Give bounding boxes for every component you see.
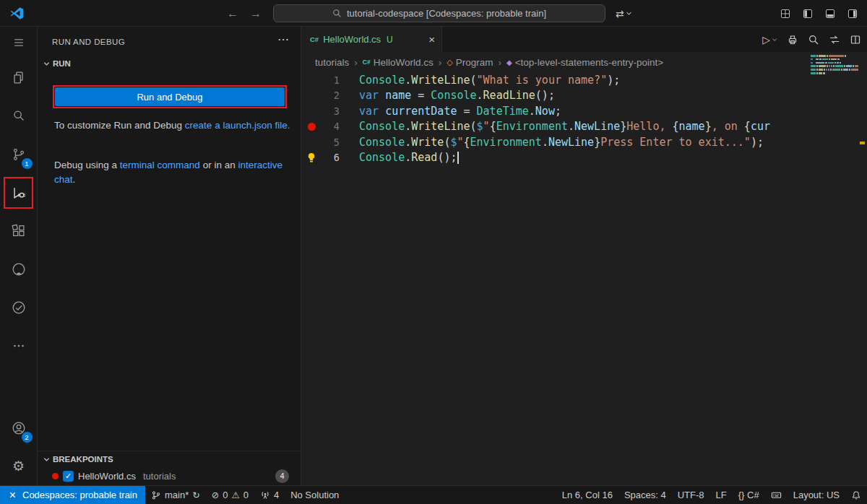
search-editor-icon[interactable] (808, 34, 819, 45)
chevron-down-icon (626, 10, 632, 17)
accounts-icon[interactable]: 2 (0, 409, 38, 447)
customize-layout-icon[interactable] (780, 8, 791, 19)
code-token: WriteLine (411, 74, 470, 87)
code-line[interactable]: 3var currentDate = DateTime.Now; (302, 103, 867, 119)
search-view-icon[interactable] (0, 97, 38, 135)
remote-window-menu[interactable]: ⇄ (616, 0, 632, 27)
workbench: 1 2 ⚙ (0, 27, 867, 485)
minimap-line (811, 69, 858, 71)
code-text[interactable]: Console.WriteLine($"{Environment.NewLine… (340, 120, 770, 133)
nav-back-icon[interactable]: ← (227, 0, 238, 27)
print-icon[interactable] (787, 34, 798, 45)
code-token: NewLine (548, 136, 594, 149)
split-editor-icon[interactable] (850, 34, 861, 45)
line-number: 5 (321, 136, 340, 148)
lightbulb-icon[interactable] (306, 152, 316, 163)
code-text[interactable]: Console.Write($"{Environment.NewLine}Pre… (340, 136, 764, 149)
code-token: $ (477, 120, 483, 133)
eol-status[interactable]: LF (710, 486, 733, 504)
code-lines[interactable]: 1Console.WriteLine("What is your name?")… (302, 72, 867, 485)
git-branch-icon (151, 490, 161, 500)
text-cursor (457, 152, 459, 164)
menu-icon[interactable] (0, 27, 38, 58)
code-token: Write (411, 136, 444, 149)
code-line[interactable]: 1Console.WriteLine("What is your name?")… (302, 72, 867, 88)
encoding-status[interactable]: UTF-8 (672, 486, 710, 504)
breakpoint-list-item[interactable]: ✓ HelloWorld.cs tutorials 4 (38, 468, 301, 484)
code-token: Console (359, 151, 405, 164)
line-number: 3 (321, 105, 340, 117)
code-line[interactable]: 2var name = Console.ReadLine(); (302, 88, 867, 104)
git-status-indicator: U (387, 35, 393, 45)
code-token: ( (470, 74, 477, 87)
launch-json-link[interactable]: create a launch.json file. (185, 120, 290, 131)
remote-indicator[interactable]: Codespaces: probable train (0, 486, 145, 504)
cursor-position-status[interactable]: Ln 6, Col 16 (556, 486, 618, 504)
terminal-command-link[interactable]: terminal command (120, 160, 200, 170)
glyph-margin[interactable] (302, 123, 321, 131)
minimap[interactable] (811, 55, 858, 76)
code-text[interactable]: var name = Console.ReadLine(); (340, 89, 555, 102)
solution-status[interactable]: No Solution (285, 486, 345, 504)
breadcrumb-program[interactable]: ◇Program (447, 57, 493, 68)
ports-status[interactable]: 4 (254, 486, 285, 504)
language-mode-status[interactable]: {} C# (733, 486, 765, 504)
notifications-bell-icon[interactable] (845, 486, 867, 504)
breakpoint-icon[interactable] (308, 123, 316, 131)
layout-status[interactable]: Layout: US (788, 486, 845, 504)
vscode-window: ← → tutorial-codespace [Codespaces: prob… (0, 0, 867, 504)
code-line[interactable]: 5Console.Write($"{Environment.NewLine}Pr… (302, 134, 867, 150)
problems-status[interactable]: ⊘ 0 ⚠ 0 (206, 486, 254, 504)
minimap-line (811, 58, 858, 61)
branch-status[interactable]: main* ↻ (145, 486, 206, 504)
line-number: 1 (321, 74, 340, 86)
test-explorer-icon[interactable] (0, 288, 38, 326)
indentation-status[interactable]: Spaces: 4 (618, 486, 672, 504)
breadcrumb-tutorials[interactable]: tutorials (315, 57, 349, 68)
class-symbol-icon: ◇ (447, 58, 452, 67)
code-token: (); (535, 89, 555, 102)
additional-views-icon[interactable] (0, 326, 38, 365)
breakpoints-section-header[interactable]: BREAKPOINTS (43, 455, 113, 464)
run-debug-item[interactable] (0, 173, 38, 212)
code-token: Console (431, 89, 476, 102)
source-control-icon[interactable]: 1 (0, 135, 38, 173)
explorer-icon[interactable] (0, 58, 38, 97)
toggle-secondary-sidebar-icon[interactable] (847, 8, 858, 19)
toggle-sidebar-icon[interactable] (802, 8, 814, 19)
nav-forward-icon[interactable]: → (250, 0, 262, 27)
line-number: 4 (321, 121, 340, 132)
code-token: ; (555, 105, 561, 118)
breakpoint-checkbox[interactable]: ✓ (63, 471, 74, 482)
breadcrumb: tutorials › C#HelloWorld.cs › ◇Program ›… (302, 52, 867, 72)
toggle-panel-icon[interactable] (824, 8, 836, 19)
glyph-margin[interactable] (302, 152, 321, 163)
github-icon[interactable] (0, 250, 38, 288)
run-and-debug-button[interactable]: Run and Debug (55, 87, 285, 106)
code-text[interactable]: var currentDate = DateTime.Now; (340, 105, 561, 118)
code-token: " (483, 120, 490, 133)
minimap-line (811, 55, 858, 57)
tab-helloworld[interactable]: C# HelloWorld.cs U × (302, 27, 442, 52)
code-token: { (744, 120, 751, 133)
close-tab-icon[interactable]: × (428, 33, 435, 45)
code-token (379, 89, 385, 102)
settings-gear-icon[interactable]: ⚙ (0, 447, 38, 485)
views-more-actions-icon[interactable]: ⋯ (277, 32, 289, 46)
run-button[interactable]: ▷ (762, 34, 777, 45)
code-token: . (405, 120, 411, 133)
keyboard-layout-icon[interactable] (765, 486, 788, 504)
compare-changes-icon[interactable] (829, 34, 840, 45)
run-section-header[interactable]: RUN (43, 59, 71, 68)
breadcrumb-file[interactable]: C#HelloWorld.cs (363, 57, 434, 68)
code-line[interactable]: 6Console.Read(); (302, 150, 867, 166)
extensions-icon[interactable] (0, 212, 38, 250)
breadcrumb-entry-point[interactable]: ◆<top-level-statements-entry-point> (506, 57, 663, 68)
command-center-search[interactable]: tutorial-codespace [Codespaces: probable… (273, 4, 605, 22)
code-text[interactable]: Console.Read(); (340, 151, 459, 164)
code-token: ReadLine (483, 89, 535, 102)
code-token: Press Enter to exit..." (600, 136, 751, 149)
code-line[interactable]: 4Console.WriteLine($"{Environment.NewLin… (302, 119, 867, 135)
code-token: Read (411, 151, 437, 164)
code-text[interactable]: Console.WriteLine("What is your name?"); (340, 74, 620, 87)
